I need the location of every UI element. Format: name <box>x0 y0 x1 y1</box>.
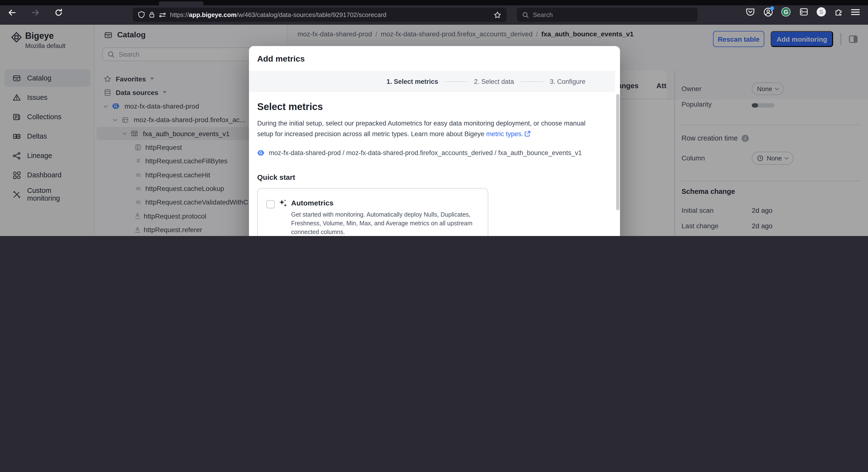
menu-icon[interactable] <box>851 7 860 17</box>
bookmark-star-icon[interactable] <box>494 11 501 19</box>
modal-steps: 1. Select metrics 2. Select data 3. Conf… <box>249 71 615 92</box>
reload-icon[interactable] <box>54 8 63 17</box>
pocket-icon[interactable] <box>745 7 755 17</box>
bigquery-icon <box>257 149 265 156</box>
browser-chrome: https://app.bigeye.com/w/463/catalog/dat… <box>0 0 868 25</box>
add-metrics-modal: Add metrics 1. Select metrics 2. Select … <box>249 46 620 236</box>
url-bar[interactable]: https://app.bigeye.com/w/463/catalog/dat… <box>133 8 507 22</box>
sparkles-icon <box>279 199 288 208</box>
external-link-icon[interactable] <box>525 130 531 137</box>
container-tabs-icon[interactable] <box>799 7 809 17</box>
permissions-icon[interactable] <box>159 11 166 18</box>
modal-breadcrumb: moz-fx-data-shared-prod / moz-fx-data-sh… <box>257 149 614 156</box>
metric-types-link[interactable]: metric types. <box>486 130 523 137</box>
back-icon[interactable] <box>8 8 17 17</box>
autometrics-label: Autometrics <box>291 199 334 207</box>
browser-tab[interactable] <box>159 1 204 5</box>
modal-description: During the initial setup, select our pre… <box>257 118 599 139</box>
step-select-metrics: 1. Select metrics <box>386 78 438 85</box>
url-text: https://app.bigeye.com/w/463/catalog/dat… <box>170 11 490 19</box>
s-extension-icon[interactable] <box>817 7 826 17</box>
browser-search-placeholder: Search <box>533 11 553 19</box>
shield-icon[interactable] <box>138 11 145 19</box>
grammarly-icon[interactable] <box>781 7 790 17</box>
modal-title: Add metrics <box>257 54 305 64</box>
browser-search[interactable]: Search <box>517 8 698 22</box>
lock-icon <box>149 11 155 19</box>
account-icon[interactable] <box>764 7 773 17</box>
browser-tab-strip <box>0 0 868 5</box>
autometrics-description: Get started with monitoring. Automatical… <box>291 210 479 236</box>
select-metrics-heading: Select metrics <box>257 101 323 112</box>
quick-start-title: Quick start <box>257 173 295 181</box>
step-configure: 3. Configure <box>550 78 585 85</box>
search-icon <box>522 11 529 18</box>
autometrics-card[interactable]: Autometrics Get started with monitoring.… <box>257 188 488 236</box>
screen: https://app.bigeye.com/w/463/catalog/dat… <box>0 0 868 236</box>
notification-dot <box>770 6 774 10</box>
step-select-data: 2. Select data <box>474 78 514 85</box>
modal-scrollbar-thumb[interactable] <box>616 94 619 210</box>
autometrics-checkbox[interactable] <box>267 200 275 208</box>
extensions-puzzle-icon[interactable] <box>834 7 844 17</box>
forward-icon[interactable] <box>31 8 40 17</box>
app-root: Bigeye Mozilla default Catalog Issues Co… <box>0 25 868 236</box>
